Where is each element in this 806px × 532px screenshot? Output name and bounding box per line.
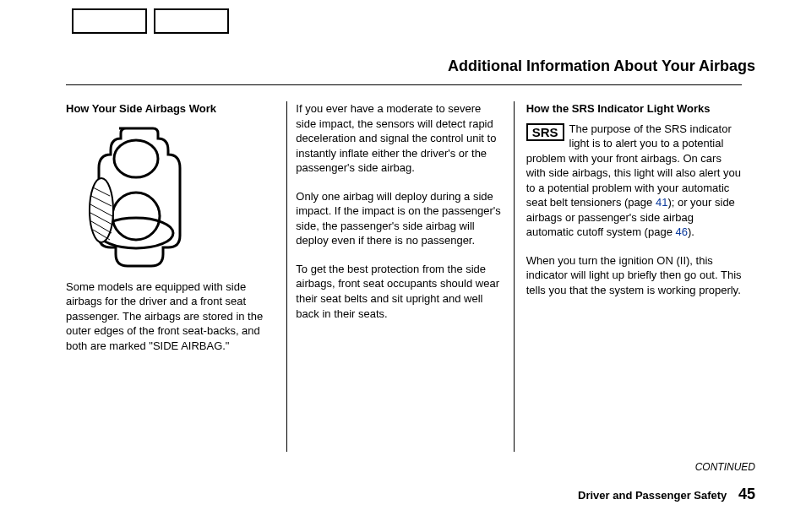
side-airbag-diagram [73, 122, 208, 269]
footer-section-label: Driver and Passenger Safety [578, 489, 727, 502]
srs-indicator-box: SRS [526, 123, 564, 141]
col1-heading: How Your Side Airbags Work [66, 101, 275, 117]
col1-para1: Some models are equipped with side airba… [66, 280, 275, 354]
col3-para2: When you turn the ignition ON (II), this… [526, 253, 742, 298]
col2-para3: To get the best protection from the side… [296, 262, 501, 321]
column-3: How the SRS Indicator Light Works SRS Th… [515, 101, 742, 452]
top-nav-boxes [72, 8, 229, 34]
column-1: How Your Side Airbags Work [66, 101, 286, 452]
page-number: 45 [738, 486, 755, 502]
col3-para1: SRS The purpose of the SRS indicator lig… [526, 122, 742, 240]
col2-para2: Only one airbag will deploy during a sid… [296, 189, 501, 248]
title-rule [66, 84, 742, 85]
col2-para1: If you ever have a moderate to severe si… [296, 101, 501, 176]
continued-label: CONTINUED [695, 461, 755, 473]
nav-box-next[interactable] [154, 8, 229, 34]
col3-para1d: ). [688, 225, 694, 238]
page-title: Additional Information About Your Airbag… [448, 57, 755, 75]
page-link-41[interactable]: 41 [656, 196, 667, 209]
col3-heading: How the SRS Indicator Light Works [526, 101, 742, 117]
svg-point-1 [112, 193, 160, 240]
page-link-46[interactable]: 46 [675, 225, 687, 238]
footer: Driver and Passenger Safety 45 [578, 486, 755, 503]
content-columns: How Your Side Airbags Work [66, 101, 742, 452]
nav-box-prev[interactable] [72, 8, 147, 34]
column-2: If you ever have a moderate to severe si… [287, 101, 513, 452]
